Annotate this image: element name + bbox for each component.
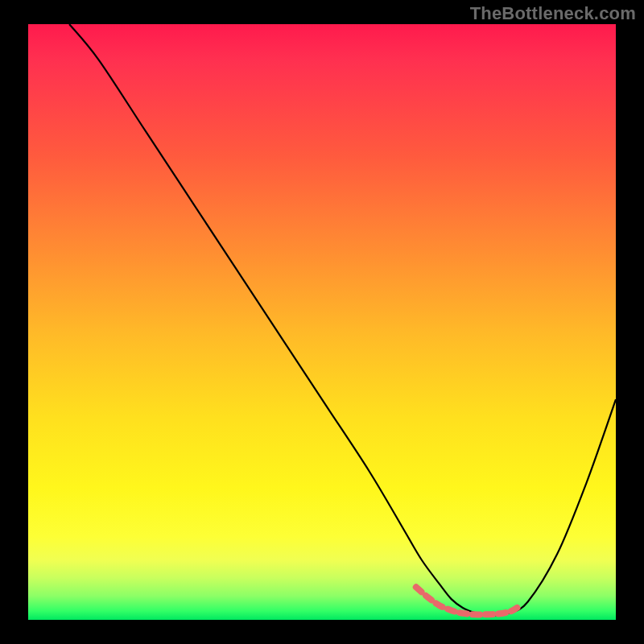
curve-layer <box>28 24 616 620</box>
watermark-text: TheBottleneck.com <box>470 3 636 24</box>
plot-area <box>28 24 616 620</box>
main-curve-path <box>69 24 616 615</box>
chart-frame: TheBottleneck.com <box>0 0 644 644</box>
